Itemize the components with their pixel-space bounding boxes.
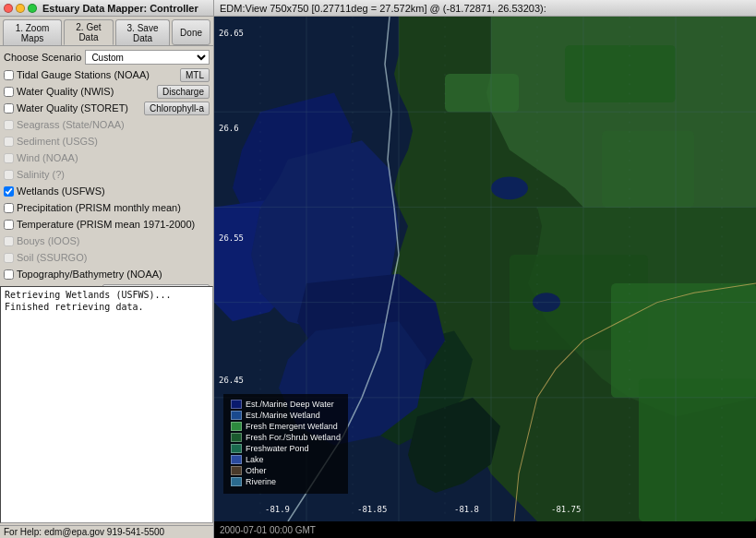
- soil-checkbox: [4, 253, 14, 263]
- precip-label: Precipitation (PRISM monthly mean): [17, 202, 181, 213]
- tab-get-data[interactable]: 2. Get Data: [64, 19, 114, 45]
- wq-storet-btn[interactable]: Chlorophyll-a: [144, 102, 210, 115]
- map-title: EDM:View 750x750 [0.27711deg = 27.572km]…: [220, 3, 546, 14]
- layer-row-temp: Temperature (PRISM mean 1971-2000): [4, 217, 210, 232]
- maximize-button[interactable]: [28, 4, 37, 13]
- map-titlebar: EDM:View 750x750 [0.27711deg = 27.572km]…: [214, 0, 756, 17]
- wq-nwis-btn[interactable]: Discharge: [157, 85, 210, 99]
- legend-color-lake: [231, 455, 242, 464]
- layer-row-seagrass: Seagrass (State/NOAA): [4, 117, 210, 132]
- legend-color-freshwater-pond: [231, 444, 242, 453]
- controller-panel: Estuary Data Mapper: Controller 1. Zoom …: [0, 0, 214, 538]
- temp-label: Temperature (PRISM mean 1971-2000): [17, 219, 195, 230]
- wq-storet-label: Water Quality (STORET): [17, 102, 128, 114]
- soil-label: Soil (SSURGO): [17, 252, 87, 263]
- svg-text:-81.8: -81.8: [454, 505, 479, 514]
- legend-item-marine-wetland: Est./Marine Wetland: [231, 411, 341, 420]
- tidal-label: Tidal Gauge Stations (NOAA): [17, 69, 150, 80]
- log-line-1: Retrieving Wetlands (USFWS)...: [5, 289, 209, 301]
- precip-checkbox[interactable]: [4, 203, 14, 213]
- legend-item-riverine: Riverine: [231, 477, 341, 486]
- legend-color-fresh-emergent: [231, 422, 242, 431]
- log-area: Retrieving Wetlands (USFWS)... Finished …: [0, 286, 213, 524]
- map-panel: EDM:View 750x750 [0.27711deg = 27.572km]…: [214, 0, 756, 538]
- legend-color-deep-water: [231, 400, 242, 409]
- done-button[interactable]: Done: [172, 19, 210, 45]
- controller-title: Estuary Data Mapper: Controller: [42, 3, 198, 14]
- salinity-label: Salinity (?): [17, 169, 65, 180]
- topo-label: Topography/Bathymetry (NOAA): [17, 269, 162, 280]
- wq-storet-checkbox[interactable]: [4, 103, 14, 114]
- svg-rect-17: [639, 378, 756, 521]
- scenario-row: Choose Scenario Custom: [4, 50, 210, 65]
- minimize-button[interactable]: [16, 4, 25, 13]
- legend-label-fresh-emergent: Fresh Emergent Wetland: [246, 422, 338, 431]
- controller-titlebar: Estuary Data Mapper: Controller: [0, 0, 213, 17]
- tidal-btn[interactable]: MTL: [180, 68, 210, 82]
- legend-label-fresh-shrub: Fresh For./Shrub Wetland: [246, 433, 341, 442]
- tab-save-data[interactable]: 3. Save Data: [115, 19, 170, 45]
- wind-label: Wind (NOAA): [17, 152, 78, 163]
- svg-rect-14: [602, 131, 694, 208]
- svg-rect-13: [565, 45, 676, 102]
- tab-zoom-maps[interactable]: 1. Zoom Maps: [3, 19, 62, 45]
- wetlands-checkbox[interactable]: [4, 186, 14, 197]
- tabs-row: 1. Zoom Maps 2. Get Data 3. Save Data Do…: [0, 17, 213, 46]
- svg-text:-81.75: -81.75: [551, 505, 581, 514]
- legend-item-freshwater-pond: Freshwater Pond: [231, 444, 341, 453]
- log-line-2: Finished retrieving data.: [5, 301, 209, 313]
- legend-label-lake: Lake: [246, 455, 264, 464]
- legend-label-riverine: Riverine: [246, 477, 276, 486]
- traffic-lights: [4, 4, 37, 13]
- layer-row-bouys: Bouys (IOOS): [4, 233, 210, 248]
- layer-row-topo: Topography/Bathymetry (NOAA): [4, 267, 210, 281]
- legend-color-other: [231, 466, 242, 475]
- map-bottom-bar: 2000-07-01 00:00 GMT: [214, 521, 756, 538]
- topo-checkbox[interactable]: [4, 269, 14, 280]
- legend-label-freshwater-pond: Freshwater Pond: [246, 444, 309, 453]
- legend-color-riverine: [231, 477, 242, 486]
- svg-text:26.55: 26.55: [219, 233, 244, 242]
- svg-text:26.65: 26.65: [219, 29, 244, 38]
- map-timestamp: 2000-07-01 00:00 GMT: [220, 525, 316, 535]
- legend-item-fresh-shrub: Fresh For./Shrub Wetland: [231, 433, 341, 442]
- status-bar: For Help: edm@epa.gov 919-541-5500: [0, 525, 213, 538]
- layer-row-wetlands: Wetlands (USFWS): [4, 184, 210, 198]
- wind-checkbox: [4, 153, 14, 163]
- layer-row-wq-storet: Water Quality (STORET) Chlorophyll-a: [4, 101, 210, 115]
- svg-text:26.6: 26.6: [219, 124, 239, 133]
- sediment-label: Sediment (USGS): [17, 136, 98, 147]
- wq-nwis-label: Water Quality (NWIS): [17, 86, 114, 97]
- svg-point-18: [491, 176, 528, 199]
- legend-item-other: Other: [231, 466, 341, 475]
- layer-row-soil: Soil (SSURGO): [4, 250, 210, 265]
- salinity-checkbox: [4, 170, 14, 180]
- legend-label-other: Other: [246, 466, 267, 475]
- legend-item-deep-water: Est./Marine Deep Water: [231, 400, 341, 409]
- scenario-select[interactable]: Custom: [85, 50, 210, 65]
- temp-checkbox[interactable]: [4, 220, 14, 230]
- map-area[interactable]: 26.65 26.6 26.55 26.45 -81.9 -81.85 -81.…: [214, 17, 756, 521]
- legend-color-marine-wetland: [231, 411, 242, 420]
- tidal-checkbox[interactable]: [4, 70, 14, 80]
- legend-color-fresh-shrub: [231, 433, 242, 442]
- svg-text:26.45: 26.45: [219, 376, 244, 385]
- layer-row-sediment: Sediment (USGS): [4, 134, 210, 149]
- seagrass-checkbox: [4, 120, 14, 130]
- map-legend: Est./Marine Deep Water Est./Marine Wetla…: [223, 394, 348, 494]
- layer-row-precip: Precipitation (PRISM monthly mean): [4, 200, 210, 215]
- legend-label-deep-water: Est./Marine Deep Water: [246, 400, 334, 409]
- bouys-label: Bouys (IOOS): [17, 235, 79, 246]
- legend-label-marine-wetland: Est./Marine Wetland: [246, 411, 320, 420]
- status-text: For Help: edm@epa.gov 919-541-5500: [4, 527, 164, 537]
- wq-nwis-checkbox[interactable]: [4, 87, 14, 97]
- layer-row-salinity: Salinity (?): [4, 167, 210, 182]
- bouys-checkbox: [4, 236, 14, 246]
- layer-row-wq-nwis: Water Quality (NWIS) Discharge: [4, 84, 210, 99]
- close-button[interactable]: [4, 4, 13, 13]
- scenario-label: Choose Scenario: [4, 52, 81, 63]
- legend-item-fresh-emergent: Fresh Emergent Wetland: [231, 422, 341, 431]
- wetlands-label: Wetlands (USFWS): [17, 185, 105, 197]
- legend-item-lake: Lake: [231, 455, 341, 464]
- svg-text:-81.85: -81.85: [357, 505, 387, 514]
